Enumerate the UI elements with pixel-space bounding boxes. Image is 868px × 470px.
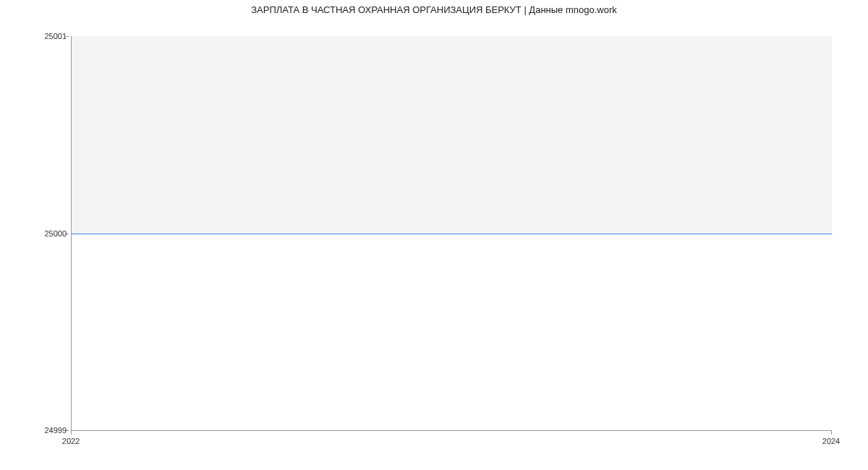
chart-container: 25001 25000 24999 2022 2024	[35, 29, 845, 441]
plot-area	[71, 36, 832, 431]
x-axis-label: 2024	[822, 437, 840, 445]
y-axis-label: 25001	[44, 32, 67, 40]
plot-background-band	[72, 36, 832, 234]
x-tick	[831, 431, 832, 435]
chart-title: ЗАРПЛАТА В ЧАСТНАЯ ОХРАННАЯ ОРГАНИЗАЦИЯ …	[0, 4, 868, 15]
x-axis-label: 2022	[62, 437, 80, 445]
y-axis-label: 24999	[44, 426, 67, 435]
x-tick	[71, 431, 72, 435]
y-axis-label: 25000	[44, 229, 67, 238]
data-line	[72, 234, 832, 234]
